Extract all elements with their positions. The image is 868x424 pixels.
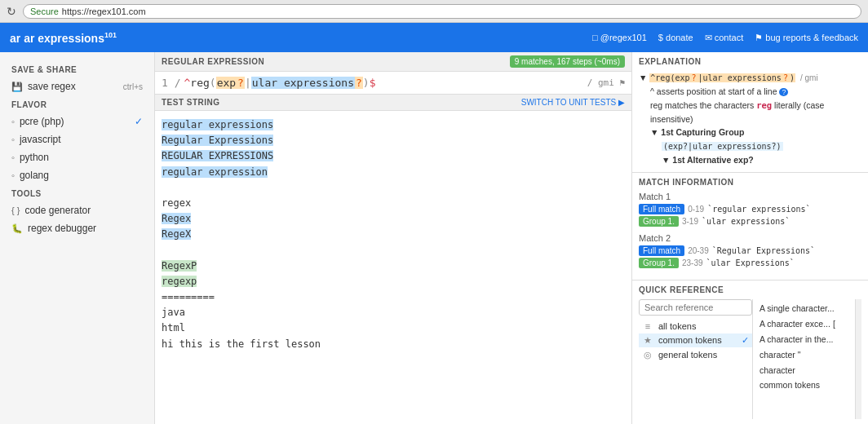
ref-common-tokens[interactable]: ★ common tokens ✓ (639, 333, 752, 347)
test-line-14: html (162, 320, 625, 336)
golang-icon: ◦ (11, 170, 15, 180)
tree-arrow-root: ▼ (639, 73, 647, 82)
match-highlight: REGULAR EXPRESSIONS (162, 150, 273, 161)
all-tokens-icon: ≡ (642, 321, 653, 331)
nav-contact[interactable]: ✉ contact (705, 33, 744, 43)
match-highlight: regular expressions (162, 119, 273, 130)
tree-arrow-alt: ▼ (662, 155, 670, 165)
explanation-tree: ▼ ^reg(exp?|ular expressions?) / gmi ^ a… (639, 71, 861, 167)
code-generator-label: code generator (24, 205, 91, 216)
match-2-range: 20-39 (688, 246, 709, 255)
address-bar[interactable]: Secure https://regex101.com (23, 4, 861, 19)
ref-desc-list: A single character... A character exce..… (756, 299, 855, 419)
match-highlight-green: RegexP (162, 260, 197, 272)
regex-close-paren: ) (363, 77, 370, 89)
quick-ref-descriptions: A single character... A character exce..… (756, 299, 861, 419)
site-logo[interactable]: ar ar expressions101 (10, 31, 117, 45)
flavor-golang-label: golang (20, 170, 49, 181)
flavor-title: FLAVOR (0, 95, 154, 113)
switch-to-unit-tests[interactable]: SWITCH TO UNIT TESTS ▶ (521, 98, 625, 107)
group-1-badge-1: Group 1. (639, 216, 679, 227)
common-tokens-icon: ★ (642, 335, 653, 346)
match-highlight: regular expression (162, 166, 268, 178)
regex-header-title: REGULAR EXPRESSION (162, 57, 264, 66)
full-match-badge-1: Full match (639, 204, 684, 214)
flags-display: / gmi (800, 73, 818, 82)
match-2-title: Match 2 (639, 233, 861, 243)
regex-prefix: 1 / (162, 77, 180, 89)
test-header: TEST STRING SWITCH TO UNIT TESTS ▶ (155, 95, 631, 111)
match-2-value: `Regular Expressions` (712, 246, 815, 255)
test-line-8: RegeX (162, 227, 625, 242)
match-1-value: `regular expressions` (707, 205, 810, 214)
pcre-check: ✓ (135, 116, 143, 127)
scrollbar[interactable] (855, 299, 861, 419)
test-line-5 (162, 180, 625, 196)
save-share-title: SAVE & SHARE (0, 60, 154, 77)
regex-dollar: $ (370, 77, 376, 89)
js-icon: ◦ (11, 135, 15, 144)
common-tokens-label: common tokens (658, 335, 722, 345)
regex-debugger-item[interactable]: 🐛 regex debugger (0, 219, 154, 237)
test-line-6: regex (162, 196, 625, 211)
match-1-title: Match 1 (639, 192, 861, 201)
match-2-block: Match 2 Full match 20-39 `Regular Expres… (639, 233, 861, 268)
regex-reg: reg (190, 77, 209, 89)
test-content[interactable]: regular expressions Regular Expressions … (155, 111, 631, 424)
main-layout: SAVE & SHARE 💾 save regex ctrl+s FLAVOR … (0, 52, 868, 424)
nav-donate[interactable]: $ donate (658, 33, 693, 42)
regex-input-row[interactable]: 1 / ^reg(exp?|ular expressions?)$ / gmi … (155, 72, 631, 94)
match-highlight: Regex (162, 213, 191, 224)
general-tokens-label: general tokens (658, 350, 717, 360)
ref-all-tokens[interactable]: ≡ all tokens (639, 320, 752, 333)
flavor-pcre[interactable]: ◦ pcre (php) ✓ (0, 113, 154, 130)
match-1-group-value: `ular expressions` (702, 217, 790, 226)
nav-bugs[interactable]: ⚑ bug reports & feedback (755, 33, 858, 43)
debug-icon: 🐛 (11, 223, 23, 234)
regex-ular: ular expressions (251, 77, 355, 89)
match-badge: 9 matches, 167 steps (~0ms) (510, 55, 625, 68)
code-generator-item[interactable]: { } code generator (0, 201, 154, 219)
flavor-python[interactable]: ◦ python (0, 148, 154, 166)
alt-title: 1st Alternative exp? (672, 155, 753, 165)
match-2-group-range: 23-39 (682, 258, 703, 267)
pattern-display: ^reg(exp?|ular expressions?) (649, 73, 800, 82)
ref-general-tokens[interactable]: ◎ general tokens (639, 348, 752, 362)
group-pattern: (exp?|ular expressions?) (662, 142, 783, 151)
pcre-icon: ◦ (11, 117, 15, 126)
save-regex-item[interactable]: 💾 save regex ctrl+s (0, 77, 154, 95)
code-icon: { } (11, 205, 20, 215)
test-line-9 (162, 243, 625, 258)
match-1-block: Match 1 Full match 0-19 `regular express… (639, 192, 861, 227)
test-line-7: Regex (162, 211, 625, 227)
regex-flags: / gmi ⚑ (587, 77, 625, 88)
tree-arrow-group: ▼ (650, 127, 658, 137)
tree-item-group-pattern: (exp?|ular expressions?) (639, 139, 861, 153)
test-line-10: RegexP (162, 258, 625, 274)
reload-icon[interactable]: ↻ (7, 5, 16, 18)
test-line-11: regexp (162, 274, 625, 289)
ref-filter-list: ≡ all tokens ★ common tokens ✓ ◎ general… (639, 320, 752, 362)
quick-ref-section: QUICK REFERENCE ≡ all tokens ★ common to… (632, 280, 868, 424)
match-2-full-row: Full match 20-39 `Regular Expressions` (639, 245, 861, 256)
flavor-golang[interactable]: ◦ golang (0, 166, 154, 184)
all-tokens-label: all tokens (658, 321, 696, 331)
ref-desc-1: A single character... (760, 301, 852, 316)
match-info-section: MATCH INFORMATION Match 1 Full match 0-1… (632, 173, 868, 280)
nav-regex101[interactable]: □ @regex101 (592, 33, 647, 42)
flavor-javascript[interactable]: ◦ javascript (0, 130, 154, 148)
python-icon: ◦ (11, 152, 15, 162)
tools-title: TOOLS (0, 184, 154, 201)
test-line-3: REGULAR EXPRESSIONS (162, 148, 625, 164)
tree-item-reg: reg matches the characters reg literally… (639, 99, 861, 126)
flavor-js-label: javascript (20, 134, 61, 145)
regex-pattern[interactable]: ^reg(exp?|ular expressions?)$ (184, 77, 375, 89)
regex-open-paren: ( (210, 77, 216, 89)
search-reference-input[interactable] (639, 299, 752, 316)
regex-debugger-label: regex debugger (28, 223, 96, 234)
test-line-2: Regular Expressions (162, 133, 625, 148)
test-line-12: ========= (162, 289, 625, 305)
tree-item-group: ▼ 1st Capturing Group (639, 126, 861, 139)
test-line-4: regular expression (162, 165, 625, 180)
regex-pipe: | (245, 77, 251, 89)
